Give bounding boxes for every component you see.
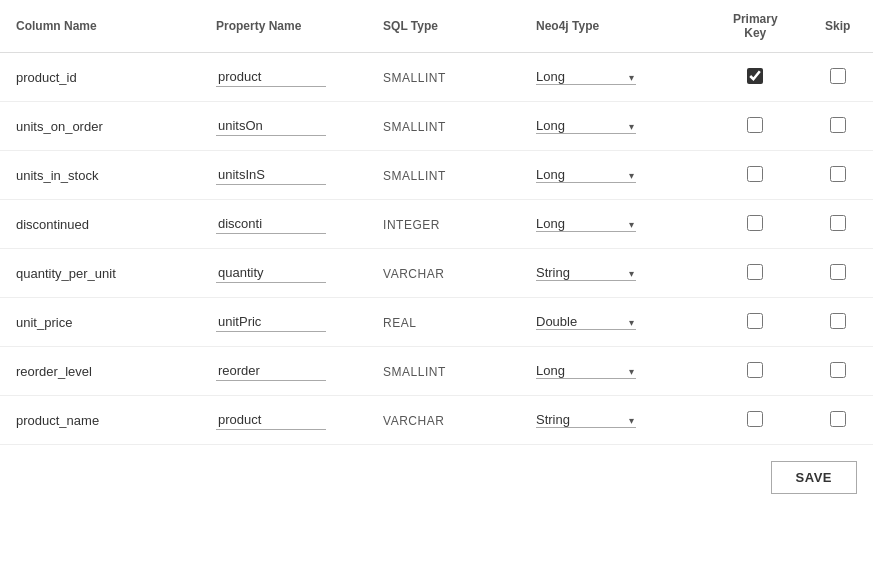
neo4j-type-select-wrapper: LongStringDoubleFloatIntegerBoolean: [536, 265, 636, 281]
neo4j-type-select[interactable]: LongStringDoubleFloatIntegerBoolean: [536, 69, 636, 85]
cell-primary-key[interactable]: [708, 53, 802, 102]
neo4j-type-select[interactable]: LongStringDoubleFloatIntegerBoolean: [536, 314, 636, 330]
cell-primary-key[interactable]: [708, 347, 802, 396]
table-body: product_idSMALLINTLongStringDoubleFloatI…: [0, 53, 873, 445]
skip-checkbox[interactable]: [830, 362, 846, 378]
cell-column-name: unit_price: [0, 298, 200, 347]
cell-skip[interactable]: [802, 151, 873, 200]
table-row: product_idSMALLINTLongStringDoubleFloatI…: [0, 53, 873, 102]
property-name-input[interactable]: [216, 116, 326, 136]
neo4j-type-select[interactable]: LongStringDoubleFloatIntegerBoolean: [536, 265, 636, 281]
cell-neo4j-type[interactable]: LongStringDoubleFloatIntegerBoolean: [520, 347, 708, 396]
primary-key-checkbox[interactable]: [747, 362, 763, 378]
cell-primary-key[interactable]: [708, 151, 802, 200]
property-name-input[interactable]: [216, 312, 326, 332]
cell-sql-type: SMALLINT: [367, 347, 520, 396]
property-name-input[interactable]: [216, 67, 326, 87]
primary-key-checkbox[interactable]: [747, 68, 763, 84]
header-primary-key: Primary Key: [708, 0, 802, 53]
neo4j-type-select[interactable]: LongStringDoubleFloatIntegerBoolean: [536, 363, 636, 379]
cell-sql-type: VARCHAR: [367, 396, 520, 445]
cell-sql-type: REAL: [367, 298, 520, 347]
primary-key-checkbox[interactable]: [747, 166, 763, 182]
cell-skip[interactable]: [802, 249, 873, 298]
table-row: product_nameVARCHARLongStringDoubleFloat…: [0, 396, 873, 445]
cell-neo4j-type[interactable]: LongStringDoubleFloatIntegerBoolean: [520, 200, 708, 249]
primary-key-checkbox[interactable]: [747, 313, 763, 329]
neo4j-type-select-wrapper: LongStringDoubleFloatIntegerBoolean: [536, 216, 636, 232]
header-sql-type: SQL Type: [367, 0, 520, 53]
skip-checkbox[interactable]: [830, 166, 846, 182]
property-name-input[interactable]: [216, 165, 326, 185]
cell-column-name: units_on_order: [0, 102, 200, 151]
cell-primary-key[interactable]: [708, 249, 802, 298]
skip-checkbox[interactable]: [830, 264, 846, 280]
header-skip: Skip: [802, 0, 873, 53]
cell-column-name: product_name: [0, 396, 200, 445]
cell-property-name[interactable]: [200, 347, 367, 396]
cell-property-name[interactable]: [200, 396, 367, 445]
sql-type-text: SMALLINT: [383, 120, 446, 134]
property-name-input[interactable]: [216, 410, 326, 430]
primary-key-checkbox[interactable]: [747, 117, 763, 133]
table-row: units_in_stockSMALLINTLongStringDoubleFl…: [0, 151, 873, 200]
neo4j-type-select[interactable]: LongStringDoubleFloatIntegerBoolean: [536, 118, 636, 134]
skip-checkbox[interactable]: [830, 68, 846, 84]
cell-skip[interactable]: [802, 298, 873, 347]
cell-skip[interactable]: [802, 200, 873, 249]
cell-primary-key[interactable]: [708, 200, 802, 249]
cell-primary-key[interactable]: [708, 102, 802, 151]
cell-property-name[interactable]: [200, 200, 367, 249]
primary-key-checkbox[interactable]: [747, 215, 763, 231]
header-column-name: Column Name: [0, 0, 200, 53]
table-row: units_on_orderSMALLINTLongStringDoubleFl…: [0, 102, 873, 151]
cell-neo4j-type[interactable]: LongStringDoubleFloatIntegerBoolean: [520, 102, 708, 151]
neo4j-type-select[interactable]: LongStringDoubleFloatIntegerBoolean: [536, 167, 636, 183]
skip-checkbox[interactable]: [830, 117, 846, 133]
neo4j-type-select[interactable]: LongStringDoubleFloatIntegerBoolean: [536, 216, 636, 232]
primary-key-checkbox[interactable]: [747, 264, 763, 280]
sql-type-text: INTEGER: [383, 218, 440, 232]
cell-property-name[interactable]: [200, 298, 367, 347]
header-property-name: Property Name: [200, 0, 367, 53]
cell-skip[interactable]: [802, 102, 873, 151]
skip-checkbox[interactable]: [830, 313, 846, 329]
cell-property-name[interactable]: [200, 151, 367, 200]
neo4j-type-select-wrapper: LongStringDoubleFloatIntegerBoolean: [536, 167, 636, 183]
cell-property-name[interactable]: [200, 102, 367, 151]
cell-neo4j-type[interactable]: LongStringDoubleFloatIntegerBoolean: [520, 151, 708, 200]
cell-neo4j-type[interactable]: LongStringDoubleFloatIntegerBoolean: [520, 396, 708, 445]
header-neo4j-type: Neo4j Type: [520, 0, 708, 53]
table-header-row: Column Name Property Name SQL Type Neo4j…: [0, 0, 873, 53]
cell-property-name[interactable]: [200, 53, 367, 102]
cell-sql-type: INTEGER: [367, 200, 520, 249]
neo4j-type-select-wrapper: LongStringDoubleFloatIntegerBoolean: [536, 363, 636, 379]
save-button[interactable]: SAVE: [771, 461, 857, 494]
cell-skip[interactable]: [802, 396, 873, 445]
footer: SAVE: [0, 445, 873, 510]
neo4j-type-select-wrapper: LongStringDoubleFloatIntegerBoolean: [536, 118, 636, 134]
property-name-input[interactable]: [216, 214, 326, 234]
table-row: unit_priceREALLongStringDoubleFloatInteg…: [0, 298, 873, 347]
cell-sql-type: SMALLINT: [367, 53, 520, 102]
cell-neo4j-type[interactable]: LongStringDoubleFloatIntegerBoolean: [520, 53, 708, 102]
cell-column-name: reorder_level: [0, 347, 200, 396]
skip-checkbox[interactable]: [830, 215, 846, 231]
sql-type-text: SMALLINT: [383, 71, 446, 85]
sql-type-text: VARCHAR: [383, 414, 444, 428]
cell-neo4j-type[interactable]: LongStringDoubleFloatIntegerBoolean: [520, 298, 708, 347]
neo4j-type-select[interactable]: LongStringDoubleFloatIntegerBoolean: [536, 412, 636, 428]
primary-key-checkbox[interactable]: [747, 411, 763, 427]
cell-skip[interactable]: [802, 347, 873, 396]
cell-primary-key[interactable]: [708, 396, 802, 445]
property-name-input[interactable]: [216, 361, 326, 381]
skip-checkbox[interactable]: [830, 411, 846, 427]
property-name-input[interactable]: [216, 263, 326, 283]
cell-skip[interactable]: [802, 53, 873, 102]
sql-type-text: SMALLINT: [383, 365, 446, 379]
sql-type-text: SMALLINT: [383, 169, 446, 183]
cell-property-name[interactable]: [200, 249, 367, 298]
cell-neo4j-type[interactable]: LongStringDoubleFloatIntegerBoolean: [520, 249, 708, 298]
cell-column-name: quantity_per_unit: [0, 249, 200, 298]
cell-primary-key[interactable]: [708, 298, 802, 347]
